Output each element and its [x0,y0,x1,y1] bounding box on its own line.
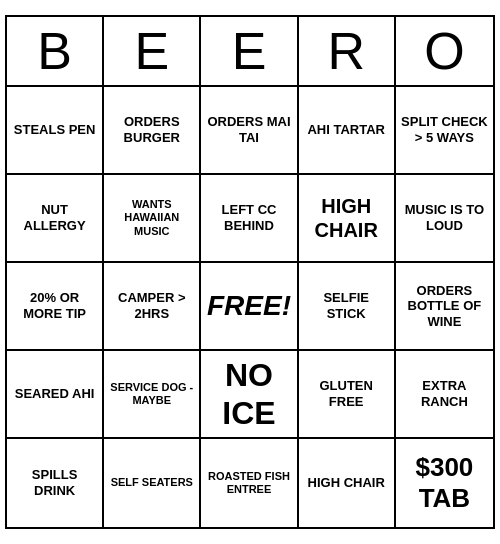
header-letter-B: B [7,17,104,85]
bingo-cell-23: HIGH CHAIR [299,439,396,527]
bingo-cell-21: SELF SEATERS [104,439,201,527]
bingo-cell-16: SERVICE DOG - MAYBE [104,351,201,439]
bingo-cell-13: SELFIE STICK [299,263,396,351]
bingo-cell-11: CAMPER > 2HRS [104,263,201,351]
header-letter-O: O [396,17,493,85]
bingo-cell-3: AHI TARTAR [299,87,396,175]
bingo-cell-22: ROASTED FISH ENTREE [201,439,298,527]
bingo-cell-1: ORDERS BURGER [104,87,201,175]
bingo-cell-8: HIGH CHAIR [299,175,396,263]
bingo-cell-20: SPILLS DRINK [7,439,104,527]
header-letter-E: E [104,17,201,85]
bingo-cell-14: ORDERS BOTTLE OF WINE [396,263,493,351]
bingo-header: BEERO [7,17,493,87]
bingo-cell-15: SEARED AHI [7,351,104,439]
bingo-cell-10: 20% OR MORE TIP [7,263,104,351]
bingo-cell-5: NUT ALLERGY [7,175,104,263]
bingo-cell-18: GLUTEN FREE [299,351,396,439]
bingo-cell-12: Free! [201,263,298,351]
bingo-cell-6: WANTS HAWAIIAN MUSIC [104,175,201,263]
bingo-cell-19: EXTRA RANCH [396,351,493,439]
header-letter-E: E [201,17,298,85]
bingo-cell-9: MUSIC IS TO LOUD [396,175,493,263]
bingo-cell-24: $300 TAB [396,439,493,527]
bingo-grid: STEALS PENORDERS BURGERORDERS MAI TAIAHI… [7,87,493,527]
bingo-cell-2: ORDERS MAI TAI [201,87,298,175]
bingo-card: BEERO STEALS PENORDERS BURGERORDERS MAI … [5,15,495,529]
bingo-cell-17: NO ICE [201,351,298,439]
header-letter-R: R [299,17,396,85]
bingo-cell-4: SPLIT CHECK > 5 WAYS [396,87,493,175]
bingo-cell-7: LEFT CC BEHIND [201,175,298,263]
bingo-cell-0: STEALS PEN [7,87,104,175]
